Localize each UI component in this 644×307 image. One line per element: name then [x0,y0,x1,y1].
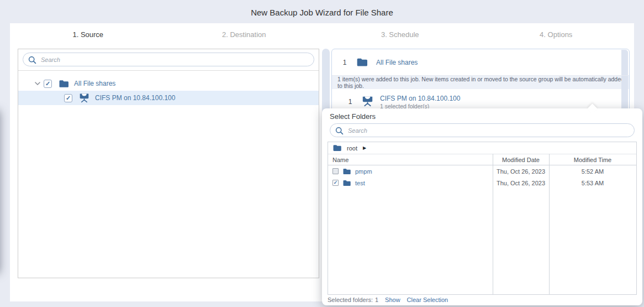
show-link[interactable]: Show [385,296,400,303]
chevron-down-icon[interactable] [34,81,41,86]
folder-icon [356,58,367,67]
source-tree-panel: All File shares CIFS PM on 10.84.100.100 [18,49,319,278]
modified-time: 5:52 AM [549,168,636,175]
modified-time: 5:53 AM [549,180,636,186]
info-text: 1 item(s) were added to this job. New it… [337,76,629,89]
selected-folders-count: 1 [375,296,378,303]
item-title: CIFS PM on 10.84.100.100 [380,95,460,102]
tab-source[interactable]: 1. Source [10,23,166,45]
tree-label: CIFS PM on 10.84.100.100 [95,94,175,102]
tab-options[interactable]: 4. Options [478,23,635,45]
column-divider [493,154,493,294]
table-header: Name Modified Date Modified Time [328,154,636,165]
tab-destination[interactable]: 2. Destination [166,23,323,45]
checkbox-pmpm[interactable] [332,168,339,174]
folder-icon [59,80,68,88]
popup-search-input[interactable] [348,124,630,136]
table-row-test[interactable]: test Thu, Oct 26, 2023 5:53 AM [328,177,636,189]
modified-date: Thu, Oct 26, 2023 [493,168,549,175]
clear-selection-link[interactable]: Clear Selection [407,296,448,303]
checkbox-all-file-shares[interactable] [44,80,52,88]
column-header-modified-time[interactable]: Modified Time [549,157,636,163]
source-search-input[interactable] [41,54,309,65]
breadcrumb-label: root [347,145,357,152]
tree-label: All File shares [74,80,115,87]
popup-search-row [330,123,635,137]
file-share-icon [79,93,89,103]
folder-name: pmpm [355,168,372,175]
search-icon [335,127,344,135]
page-title: New Backup Job Wizard for File Share [0,8,644,17]
checkbox-cifs-pm[interactable] [64,94,72,102]
popup-search-box [330,123,635,137]
select-folders-popup: Select Folders root ▶ Name Modified Date [322,108,642,305]
column-header-modified-date[interactable]: Modified Date [493,157,549,163]
tree-row-cifs-pm[interactable]: CIFS PM on 10.84.100.100 [18,91,319,105]
column-header-name[interactable]: Name [328,157,493,163]
wizard-steps: 1. Source 2. Destination 3. Schedule 4. … [10,23,634,45]
column-divider [549,154,550,294]
popup-title: Select Folders [330,112,376,121]
folder-icon [332,144,341,152]
folder-table: root ▶ Name Modified Date Modified Time … [328,142,637,295]
info-bar: 1 item(s) were added to this job. New it… [332,76,629,89]
tree-row-all-file-shares[interactable]: All File shares [18,76,319,91]
group-count: 1 [341,59,349,66]
file-share-icon [362,96,373,107]
popup-footer: Selected folders: 1 Show Clear Selection [328,295,637,304]
folder-icon [342,168,351,175]
item-count: 1 [346,98,354,106]
folder-name: test [355,180,365,186]
breadcrumb[interactable]: root ▶ [328,142,636,154]
checkbox-test[interactable] [332,180,339,186]
folder-icon [342,180,351,186]
selected-item-row[interactable]: 1 CIFS PM on 10.84.100.100 1 selected fo… [332,89,629,110]
tab-schedule[interactable]: 3. Schedule [322,23,478,45]
selected-group-row[interactable]: 1 All File shares [332,49,629,76]
modified-date: Thu, Oct 26, 2023 [493,180,549,186]
source-tree: All File shares CIFS PM on 10.84.100.100 [18,71,319,105]
source-search-row [18,49,319,71]
group-label: All File shares [376,59,418,66]
breadcrumb-arrow-icon[interactable]: ▶ [363,145,366,150]
selected-folders-label: Selected folders: [328,296,373,303]
item-text: CIFS PM on 10.84.100.100 1 selected fold… [380,95,460,110]
table-row-pmpm[interactable]: pmpm Thu, Oct 26, 2023 5:52 AM [328,165,636,177]
source-search-box [23,53,314,66]
search-icon [28,56,36,64]
